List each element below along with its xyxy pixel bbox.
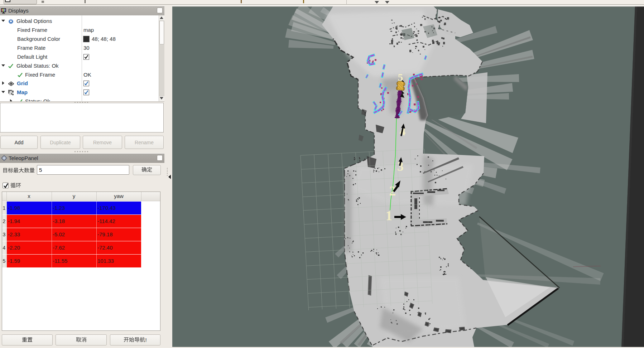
svg-text:1: 1 [386, 208, 393, 223]
svg-text:5: 5 [398, 71, 403, 83]
